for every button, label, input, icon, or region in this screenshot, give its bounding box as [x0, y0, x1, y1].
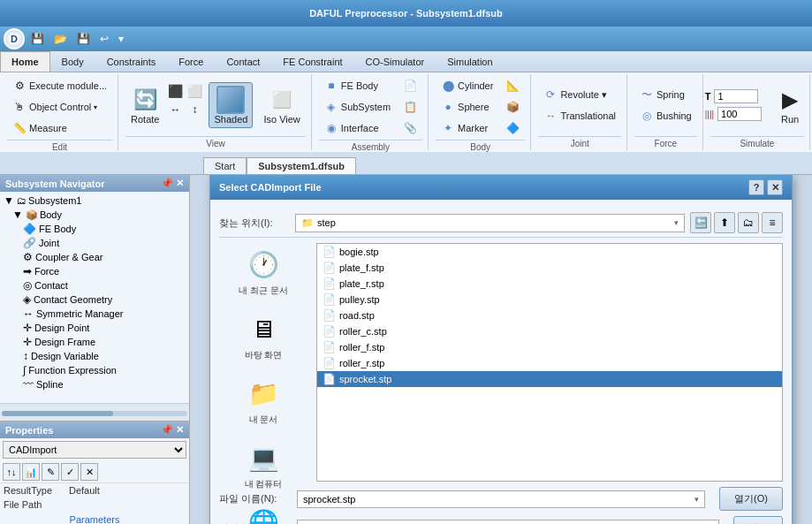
file-item-sprocket[interactable]: 📄 sprocket.stp [317, 371, 782, 387]
qa-undo-btn[interactable]: ↩ [96, 32, 112, 46]
asm-tb-btn1[interactable]: 📄 [398, 76, 422, 95]
run-btn[interactable]: ▶ Run [770, 82, 809, 128]
asm-tb-btn3[interactable]: 📎 [398, 118, 422, 138]
rotate-btn[interactable]: 🔄 Rotate [125, 82, 164, 128]
props-sort-az-btn[interactable]: ↑↓ [3, 463, 20, 481]
props-edit-btn[interactable]: ✎ [42, 463, 59, 481]
spring-btn[interactable]: 〜 Spring [634, 85, 697, 104]
tree-item-funcexpr[interactable]: ∫ Function Expression [2, 363, 187, 377]
tree-item-spline[interactable]: 〰 Spline [2, 377, 187, 391]
file-item-roller-r[interactable]: 📄 roller_r.stp [317, 355, 782, 371]
body-tb-btn2[interactable]: 📦 [500, 97, 525, 117]
view-tb-btn2[interactable]: ⬜ [186, 82, 203, 100]
dialog-cancel-btn[interactable]: 취소 [733, 516, 783, 524]
location-combo[interactable]: 📁 step ▾ [295, 214, 685, 232]
qa-open-btn[interactable]: 📂 [50, 32, 71, 46]
qa-dropdown-btn[interactable]: ▾ [115, 32, 127, 46]
translational-btn[interactable]: ↔ Translational [538, 106, 621, 125]
shortcut-recent[interactable]: 🕐 내 최근 문서 [224, 243, 303, 300]
tree-item-joint[interactable]: 🔗 Joint [2, 236, 187, 250]
props-toolbar: ↑↓ 📊 ✎ ✓ ✕ [0, 461, 189, 483]
sphere-btn[interactable]: ● Sphere [436, 97, 498, 117]
tree-sym-icon: ↔ [23, 308, 34, 320]
filename-combo[interactable]: sprocket.stp ▾ [297, 490, 705, 508]
props-type-select[interactable]: CADImport [3, 441, 186, 459]
steps-input[interactable] [717, 107, 762, 121]
tab-fe-constraint[interactable]: FE Constraint [271, 51, 353, 72]
tree-item-contact-geo[interactable]: ◈ Contact Geometry [2, 292, 187, 307]
tree-item-contact[interactable]: ◎ Contact [2, 278, 187, 292]
props-pin-btn[interactable]: 📌 [161, 424, 173, 436]
shortcuts-panel: 🕐 내 최근 문서 🖥 바탕 화면 📁 내 문서 [219, 243, 307, 482]
tree-item-designframe[interactable]: ✛ Design Frame [2, 335, 187, 349]
tab-body[interactable]: Body [50, 51, 95, 72]
props-sort-type-btn[interactable]: 📊 [22, 463, 40, 481]
bushing-icon: ◎ [640, 109, 654, 123]
rotate-icon: 🔄 [131, 86, 159, 114]
tab-force[interactable]: Force [167, 51, 215, 72]
dialog-close-btn[interactable]: ✕ [767, 179, 783, 195]
tree-item-febody[interactable]: 🔷 FE Body [2, 222, 187, 236]
tree-item-subsystem1[interactable]: ▼ 🗂 Subsystem1 [2, 194, 187, 208]
view-tb-btn3[interactable]: ↔ [166, 102, 184, 119]
interface-btn[interactable]: ◉ Interface [319, 118, 396, 138]
fe-body-btn[interactable]: ■ FE Body [319, 76, 396, 95]
tree-item-force[interactable]: ➡ Force [2, 264, 187, 278]
shortcut-desktop[interactable]: 🖥 바탕 화면 [224, 308, 303, 365]
dialog-newfolder-btn[interactable]: 🗂 [738, 212, 759, 233]
tab-start[interactable]: Start [203, 157, 247, 174]
props-cancel-btn[interactable]: ✕ [80, 463, 98, 481]
measure-btn[interactable]: 📏 Measure [7, 118, 112, 138]
tab-subsystem[interactable]: Subsystem1.dfsub [247, 157, 356, 174]
iso-view-btn[interactable]: ⬜ Iso View [258, 82, 305, 128]
file-item-bogie[interactable]: 📄 bogie.stp [317, 244, 782, 260]
view-icon2: ⬜ [187, 84, 202, 98]
dialog-view-btn[interactable]: ≡ [762, 212, 783, 233]
body-tb-btn3[interactable]: 🔷 [500, 118, 525, 138]
execute-module-btn[interactable]: ⚙ Execute module... [7, 76, 112, 95]
qa-save-btn[interactable]: 💾 [27, 32, 48, 46]
bushing-btn[interactable]: ◎ Bushing [634, 106, 697, 125]
result-type-value: Default [69, 485, 100, 496]
tree-item-body[interactable]: ▼ 📦 Body [2, 208, 187, 222]
shaded-btn[interactable]: Shaded [209, 82, 253, 128]
view-tb-btn4[interactable]: ↕ [186, 102, 203, 119]
tab-simulation[interactable]: Simulation [436, 51, 504, 72]
file-item-road[interactable]: 📄 road.stp [317, 308, 782, 323]
file-item-plate-r[interactable]: 📄 plate_r.stp [317, 276, 782, 292]
subsystem-btn[interactable]: ◈ SubSystem [319, 97, 396, 117]
dialog-back-btn[interactable]: 🔙 [690, 212, 711, 233]
view-tb-btn1[interactable]: ⬛ [166, 82, 184, 100]
revolute-btn[interactable]: ⟳ Revolute ▾ [538, 85, 621, 104]
file-item-plate-f[interactable]: 📄 plate_f.stp [317, 260, 782, 276]
tree-item-designvar[interactable]: ↕ Design Variable [2, 349, 187, 363]
object-control-btn[interactable]: 🖱 Object Control ▾ [7, 97, 112, 117]
tab-home[interactable]: Home [0, 51, 50, 72]
tab-contact[interactable]: Contact [215, 51, 271, 72]
props-confirm-btn[interactable]: ✓ [61, 463, 79, 481]
tree-item-symmetric[interactable]: ↔ Symmetric Manager [2, 307, 187, 321]
shortcut-mycomputer[interactable]: 💻 내 컴퓨터 [224, 437, 303, 494]
filetype-combo[interactable]: Step File(*.stp, +step) ▾ [297, 520, 719, 525]
tab-co-simulator[interactable]: CO-Simulator [354, 51, 436, 72]
asm-tb-btn2[interactable]: 📋 [398, 97, 422, 117]
file-item-pulley[interactable]: 📄 pulley.stp [317, 292, 782, 308]
props-close-btn[interactable]: ✕ [176, 424, 184, 436]
body-tb-btn1[interactable]: 📐 [500, 76, 525, 95]
file-item-roller-c[interactable]: 📄 roller_c.stp [317, 323, 782, 339]
shortcut-documents[interactable]: 📁 내 문서 [224, 372, 303, 429]
file-item-roller-f[interactable]: 📄 roller_f.stp [317, 339, 782, 355]
t-value-input[interactable] [714, 89, 758, 103]
tab-constraints[interactable]: Constraints [95, 51, 168, 72]
sidebar-close-btn[interactable]: ✕ [176, 178, 184, 189]
parameters-link[interactable]: Parameters [0, 512, 189, 524]
cylinder-btn[interactable]: ⬤ Cylinder [436, 76, 498, 95]
tree-item-coupler[interactable]: ⚙ Coupler & Gear [2, 250, 187, 264]
dialog-open-btn[interactable]: 열기(O) [719, 487, 783, 511]
sidebar-pin-btn[interactable]: 📌 [161, 178, 173, 189]
dialog-help-btn[interactable]: ? [748, 179, 764, 195]
tree-item-designpoint[interactable]: ✛ Design Point [2, 321, 187, 335]
marker-btn[interactable]: ✦ Marker [436, 118, 498, 138]
qa-save2-btn[interactable]: 💾 [73, 32, 94, 46]
dialog-up-btn[interactable]: ⬆ [714, 212, 735, 233]
